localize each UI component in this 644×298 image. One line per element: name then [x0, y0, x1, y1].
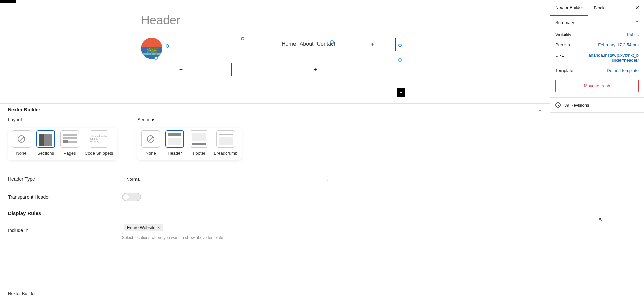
layout-option-sections[interactable]: Sections [36, 130, 55, 156]
topbar-stub [0, 0, 16, 3]
page-title[interactable]: Header [141, 13, 550, 27]
section-option-footer[interactable]: Footer [190, 130, 208, 156]
panel-header[interactable]: Nexter Builder ▲ [0, 104, 550, 116]
add-block-button[interactable]: + [231, 63, 399, 76]
breadcrumb[interactable]: Nexter Builder [0, 289, 550, 298]
visibility-value[interactable]: Public [627, 32, 639, 37]
add-section-after-button[interactable]: + [397, 88, 405, 97]
include-in-label: Include In [8, 228, 122, 233]
nav-item-home[interactable]: Home [282, 41, 296, 47]
header-type-value: Normal [126, 177, 141, 182]
publish-value[interactable]: February 17 2:54 pm [598, 42, 639, 47]
remove-tag-icon[interactable]: × [157, 225, 160, 230]
template-value[interactable]: Default template [607, 68, 639, 73]
none-icon [147, 135, 154, 143]
header-block[interactable]: 🌴 🌴 Home About Contact + [141, 38, 399, 76]
tab-block[interactable]: Block [588, 0, 610, 16]
section-option-none[interactable]: None [141, 130, 160, 156]
include-in-input[interactable]: Entire Website × [122, 221, 333, 234]
chevron-down-icon: ⌄ [325, 177, 329, 182]
layout-group-label: Layout [8, 117, 117, 122]
display-rules-title: Display Rules [8, 205, 542, 218]
layout-options: None Sections Pages <div>cod [8, 128, 117, 160]
tab-nexter-builder[interactable]: Nexter Builder [550, 0, 588, 16]
settings-sidebar: Nexter Builder Block ✕ Summary ⌃ Visibil… [550, 0, 644, 298]
revisions-link[interactable]: 39 Revisions [550, 98, 644, 112]
plus-icon: + [314, 66, 317, 73]
close-sidebar-button[interactable]: ✕ [630, 5, 644, 11]
collapse-icon: ▲ [538, 108, 542, 112]
url-value[interactable]: ananda.instawp.xyz/nxt_builder/header/ [588, 53, 639, 63]
plus-icon: + [179, 66, 183, 73]
nav-item-about[interactable]: About [300, 41, 314, 47]
site-logo[interactable]: 🌴 🌴 [141, 38, 168, 59]
layout-option-code-snippets[interactable]: <div>code</div>func(){..}return x; Code … [85, 130, 113, 156]
add-block-button[interactable]: + [349, 38, 396, 51]
resize-handle[interactable] [154, 56, 158, 60]
section-option-header[interactable]: Header [165, 130, 184, 156]
transparent-header-toggle[interactable] [122, 193, 141, 201]
add-block-button[interactable]: + [141, 63, 221, 76]
section-options: None Header Footer [137, 128, 241, 160]
visibility-label: Visibility [555, 32, 571, 37]
none-icon [18, 135, 25, 143]
sections-group-label: Sections [137, 117, 241, 122]
header-type-label: Header Type [8, 176, 122, 182]
section-option-breadcrumb[interactable]: Breadcrumb [214, 130, 237, 156]
chevron-up-icon: ⌃ [635, 20, 639, 25]
resize-handle[interactable] [241, 37, 244, 40]
resize-handle[interactable] [166, 44, 169, 48]
history-icon [555, 102, 561, 108]
logo-image: 🌴 🌴 [141, 38, 162, 59]
panel-title: Nexter Builder [8, 107, 40, 112]
transparent-header-label: Transparent Header [8, 194, 122, 200]
resize-handle[interactable] [398, 44, 402, 47]
move-to-trash-button[interactable]: Move to trash [555, 80, 639, 92]
include-in-hint: Select locations where you want to show … [122, 235, 542, 240]
publish-label: Publish [555, 42, 570, 47]
url-label: URL [555, 53, 564, 63]
nav-menu[interactable]: Home About Contact [282, 41, 335, 47]
resize-handle[interactable] [330, 40, 334, 44]
layout-option-none[interactable]: None [12, 130, 31, 156]
plus-icon: + [371, 41, 374, 48]
layout-option-pages[interactable]: Pages [60, 130, 79, 156]
include-tag[interactable]: Entire Website × [124, 224, 163, 231]
resize-handle[interactable] [398, 58, 402, 62]
summary-header[interactable]: Summary ⌃ [550, 16, 644, 29]
header-type-select[interactable]: Normal ⌄ [122, 173, 333, 185]
template-label: Template [555, 68, 573, 73]
